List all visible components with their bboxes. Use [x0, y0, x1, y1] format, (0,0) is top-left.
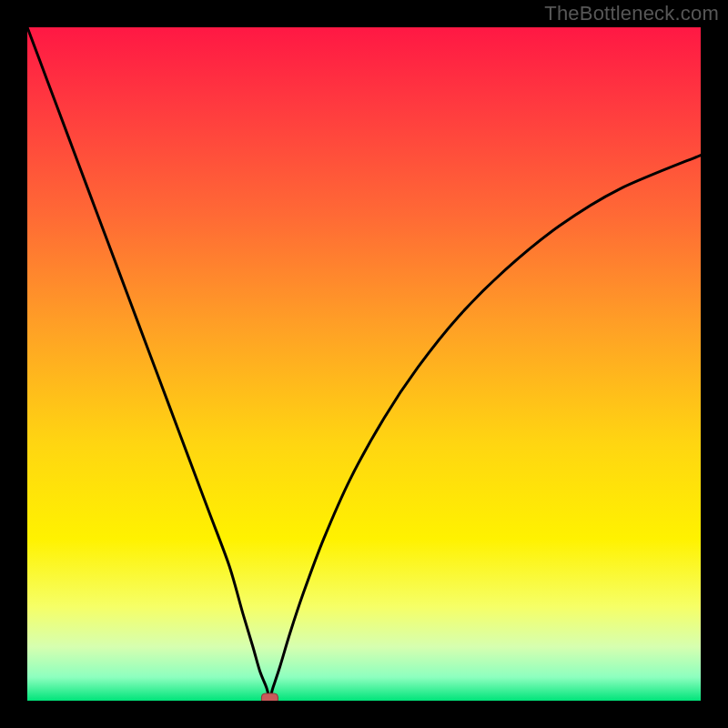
chart-plot-area: [27, 27, 701, 701]
chart-svg: [27, 27, 701, 701]
gradient-background: [27, 27, 701, 701]
chart-frame: TheBottleneck.com: [0, 0, 728, 728]
minimum-marker: [261, 693, 278, 701]
watermark-text: TheBottleneck.com: [544, 2, 719, 25]
